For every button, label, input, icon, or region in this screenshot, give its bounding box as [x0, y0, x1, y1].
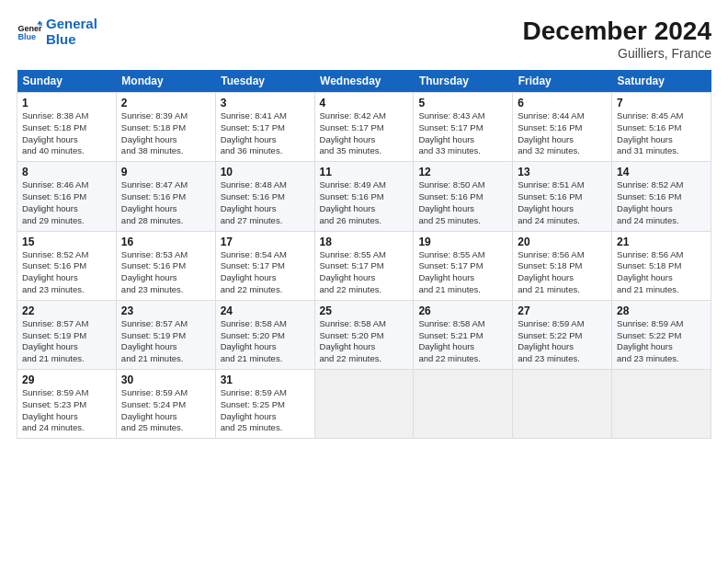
- day-number: 6: [518, 97, 607, 109]
- day-cell: [612, 370, 711, 439]
- day-info: Sunrise: 8:50 AMSunset: 5:16 PMDaylight …: [418, 179, 507, 226]
- day-number: 25: [320, 304, 409, 317]
- day-cell: 17Sunrise: 8:54 AMSunset: 5:17 PMDayligh…: [215, 231, 314, 300]
- day-cell: 14Sunrise: 8:52 AMSunset: 5:16 PMDayligh…: [612, 162, 711, 231]
- header-thursday: Thursday: [414, 70, 513, 93]
- header-row: SundayMondayTuesdayWednesdayThursdayFrid…: [17, 70, 711, 93]
- day-cell: [314, 370, 414, 439]
- day-cell: 6Sunrise: 8:44 AMSunset: 5:16 PMDaylight…: [513, 93, 612, 162]
- day-cell: 30Sunrise: 8:59 AMSunset: 5:24 PMDayligh…: [116, 370, 215, 439]
- day-number: 20: [518, 236, 607, 248]
- day-cell: 18Sunrise: 8:55 AMSunset: 5:17 PMDayligh…: [314, 231, 414, 300]
- day-number: 22: [22, 304, 111, 317]
- day-number: 14: [617, 166, 706, 178]
- day-info: Sunrise: 8:58 AMSunset: 5:21 PMDaylight …: [418, 318, 507, 365]
- day-number: 26: [418, 304, 507, 317]
- day-number: 19: [418, 236, 507, 248]
- day-cell: 28Sunrise: 8:59 AMSunset: 5:22 PMDayligh…: [612, 300, 711, 369]
- day-number: 9: [121, 166, 210, 178]
- day-number: 31: [221, 373, 310, 386]
- day-info: Sunrise: 8:42 AMSunset: 5:17 PMDaylight …: [320, 110, 409, 157]
- day-cell: 20Sunrise: 8:56 AMSunset: 5:18 PMDayligh…: [513, 231, 612, 300]
- day-info: Sunrise: 8:59 AMSunset: 5:24 PMDaylight …: [121, 387, 210, 434]
- day-number: 13: [518, 166, 607, 178]
- day-cell: 31Sunrise: 8:59 AMSunset: 5:25 PMDayligh…: [215, 370, 314, 439]
- day-cell: 25Sunrise: 8:58 AMSunset: 5:20 PMDayligh…: [314, 300, 414, 369]
- svg-text:Blue: Blue: [17, 32, 36, 41]
- week-row-3: 15Sunrise: 8:52 AMSunset: 5:16 PMDayligh…: [17, 231, 711, 300]
- logo-text: General Blue: [46, 17, 97, 47]
- day-number: 24: [221, 304, 310, 317]
- day-number: 8: [22, 166, 111, 178]
- day-info: Sunrise: 8:57 AMSunset: 5:19 PMDaylight …: [121, 318, 210, 365]
- day-info: Sunrise: 8:54 AMSunset: 5:17 PMDaylight …: [221, 249, 310, 296]
- day-cell: 3Sunrise: 8:41 AMSunset: 5:17 PMDaylight…: [215, 93, 314, 162]
- day-cell: 23Sunrise: 8:57 AMSunset: 5:19 PMDayligh…: [116, 300, 215, 369]
- day-info: Sunrise: 8:59 AMSunset: 5:22 PMDaylight …: [518, 318, 607, 365]
- day-info: Sunrise: 8:48 AMSunset: 5:16 PMDaylight …: [221, 179, 310, 226]
- day-cell: 4Sunrise: 8:42 AMSunset: 5:17 PMDaylight…: [314, 93, 414, 162]
- day-number: 12: [418, 166, 507, 178]
- day-number: 23: [121, 304, 210, 317]
- day-cell: 1Sunrise: 8:38 AMSunset: 5:18 PMDaylight…: [17, 93, 117, 162]
- day-number: 2: [121, 97, 210, 109]
- day-number: 11: [320, 166, 409, 178]
- day-info: Sunrise: 8:57 AMSunset: 5:19 PMDaylight …: [22, 318, 111, 365]
- day-number: 17: [221, 236, 310, 248]
- day-info: Sunrise: 8:52 AMSunset: 5:16 PMDaylight …: [22, 249, 111, 296]
- calendar-table: SundayMondayTuesdayWednesdayThursdayFrid…: [17, 70, 711, 439]
- day-number: 1: [22, 97, 111, 109]
- day-number: 15: [22, 236, 111, 248]
- day-cell: 7Sunrise: 8:45 AMSunset: 5:16 PMDaylight…: [612, 93, 711, 162]
- day-info: Sunrise: 8:59 AMSunset: 5:22 PMDaylight …: [617, 318, 706, 365]
- day-number: 29: [22, 373, 111, 386]
- day-number: 21: [617, 236, 706, 248]
- day-cell: 5Sunrise: 8:43 AMSunset: 5:17 PMDaylight…: [414, 93, 513, 162]
- day-info: Sunrise: 8:43 AMSunset: 5:17 PMDaylight …: [418, 110, 507, 157]
- day-cell: 27Sunrise: 8:59 AMSunset: 5:22 PMDayligh…: [513, 300, 612, 369]
- day-cell: 10Sunrise: 8:48 AMSunset: 5:16 PMDayligh…: [215, 162, 314, 231]
- day-info: Sunrise: 8:45 AMSunset: 5:16 PMDaylight …: [617, 110, 706, 157]
- day-info: Sunrise: 8:56 AMSunset: 5:18 PMDaylight …: [518, 249, 607, 296]
- header-sunday: Sunday: [17, 70, 117, 93]
- day-number: 30: [121, 373, 210, 386]
- main-title: December 2024: [523, 17, 711, 46]
- day-cell: 29Sunrise: 8:59 AMSunset: 5:23 PMDayligh…: [17, 370, 117, 439]
- day-info: Sunrise: 8:44 AMSunset: 5:16 PMDaylight …: [518, 110, 607, 157]
- day-cell: 12Sunrise: 8:50 AMSunset: 5:16 PMDayligh…: [414, 162, 513, 231]
- week-row-2: 8Sunrise: 8:46 AMSunset: 5:16 PMDaylight…: [17, 162, 711, 231]
- day-number: 7: [617, 97, 706, 109]
- day-info: Sunrise: 8:58 AMSunset: 5:20 PMDaylight …: [221, 318, 310, 365]
- subtitle: Guilliers, France: [523, 46, 711, 61]
- day-cell: 15Sunrise: 8:52 AMSunset: 5:16 PMDayligh…: [17, 231, 117, 300]
- day-number: 4: [320, 97, 409, 109]
- day-cell: 11Sunrise: 8:49 AMSunset: 5:16 PMDayligh…: [314, 162, 414, 231]
- day-cell: [513, 370, 612, 439]
- page-header: General Blue General Blue December 2024 …: [17, 17, 711, 61]
- day-cell: 16Sunrise: 8:53 AMSunset: 5:16 PMDayligh…: [116, 231, 215, 300]
- day-number: 28: [617, 304, 706, 317]
- day-info: Sunrise: 8:59 AMSunset: 5:23 PMDaylight …: [22, 387, 111, 434]
- day-info: Sunrise: 8:38 AMSunset: 5:18 PMDaylight …: [22, 110, 111, 157]
- day-cell: 2Sunrise: 8:39 AMSunset: 5:18 PMDaylight…: [116, 93, 215, 162]
- day-cell: 8Sunrise: 8:46 AMSunset: 5:16 PMDaylight…: [17, 162, 117, 231]
- week-row-5: 29Sunrise: 8:59 AMSunset: 5:23 PMDayligh…: [17, 370, 711, 439]
- day-info: Sunrise: 8:41 AMSunset: 5:17 PMDaylight …: [221, 110, 310, 157]
- day-cell: 24Sunrise: 8:58 AMSunset: 5:20 PMDayligh…: [215, 300, 314, 369]
- day-info: Sunrise: 8:55 AMSunset: 5:17 PMDaylight …: [418, 249, 507, 296]
- header-tuesday: Tuesday: [215, 70, 314, 93]
- svg-text:General: General: [17, 23, 42, 32]
- day-info: Sunrise: 8:55 AMSunset: 5:17 PMDaylight …: [320, 249, 409, 296]
- week-row-4: 22Sunrise: 8:57 AMSunset: 5:19 PMDayligh…: [17, 300, 711, 369]
- day-info: Sunrise: 8:39 AMSunset: 5:18 PMDaylight …: [121, 110, 210, 157]
- day-cell: 19Sunrise: 8:55 AMSunset: 5:17 PMDayligh…: [414, 231, 513, 300]
- day-info: Sunrise: 8:56 AMSunset: 5:18 PMDaylight …: [617, 249, 706, 296]
- header-wednesday: Wednesday: [314, 70, 414, 93]
- day-number: 10: [221, 166, 310, 178]
- day-cell: 13Sunrise: 8:51 AMSunset: 5:16 PMDayligh…: [513, 162, 612, 231]
- day-cell: 26Sunrise: 8:58 AMSunset: 5:21 PMDayligh…: [414, 300, 513, 369]
- week-row-1: 1Sunrise: 8:38 AMSunset: 5:18 PMDaylight…: [17, 93, 711, 162]
- day-cell: 21Sunrise: 8:56 AMSunset: 5:18 PMDayligh…: [612, 231, 711, 300]
- day-number: 3: [221, 97, 310, 109]
- day-info: Sunrise: 8:53 AMSunset: 5:16 PMDaylight …: [121, 249, 210, 296]
